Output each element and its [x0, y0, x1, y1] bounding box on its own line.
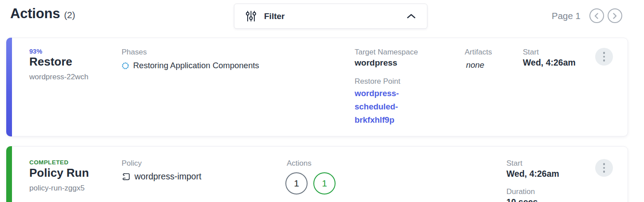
- target-namespace-value: wordpress: [355, 58, 397, 68]
- action-count-badges: 1 1: [285, 172, 336, 194]
- total-actions-badge: 1: [285, 172, 308, 194]
- target-namespace-label: Target Namespace: [355, 48, 418, 57]
- next-page-button[interactable]: [608, 8, 622, 23]
- action-id: policy-run-zggx5: [29, 184, 85, 193]
- action-title: Policy Run: [29, 166, 89, 180]
- action-card-restore[interactable]: 93% Restore wordpress-22wch Phases Resto…: [6, 38, 628, 136]
- policy-scroll-icon: [122, 172, 130, 181]
- filter-label: Filter: [264, 12, 284, 21]
- phases-label: Phases: [122, 48, 147, 57]
- prev-page-button[interactable]: [589, 8, 604, 23]
- action-card-policy-run[interactable]: COMPLETED Policy Run policy-run-zggx5 Po…: [6, 146, 628, 202]
- page-count: (2): [64, 10, 75, 20]
- kebab-dot: [603, 167, 605, 169]
- start-label: Start: [506, 159, 522, 168]
- status-accent-bar: [6, 38, 12, 136]
- start-label: Start: [523, 48, 539, 57]
- artifacts-value: none: [466, 60, 484, 70]
- action-title: Restore: [29, 55, 72, 69]
- action-id: wordpress-22wch: [29, 73, 88, 82]
- page-title: Actions(2): [10, 6, 75, 22]
- kebab-dot: [603, 52, 605, 54]
- filter-sliders-icon: [246, 11, 257, 22]
- duration-value: 10 secs: [506, 197, 538, 202]
- page-title-text: Actions: [10, 6, 60, 21]
- phase-row: Restoring Application Components: [122, 61, 259, 70]
- status-accent-bar: [6, 146, 12, 202]
- pagination: Page 1: [552, 8, 622, 23]
- kebab-dot: [603, 59, 605, 62]
- start-value: Wed, 4:26am: [506, 169, 559, 179]
- actions-label: Actions: [287, 159, 312, 168]
- page-indicator: Page 1: [552, 11, 581, 21]
- kebab-dot: [603, 56, 605, 58]
- duration-label: Duration: [506, 187, 535, 196]
- artifacts-label: Artifacts: [465, 48, 492, 57]
- spinner-icon: [122, 62, 129, 70]
- policy-label: Policy: [122, 159, 142, 168]
- restore-point-link[interactable]: wordpress-scheduled-brkfxhlf9p: [355, 87, 411, 127]
- more-actions-button[interactable]: [595, 159, 613, 177]
- restore-point-label: Restore Point: [355, 77, 400, 86]
- filter-button[interactable]: Filter: [234, 4, 427, 29]
- status-badge: COMPLETED: [29, 159, 68, 166]
- kebab-dot: [603, 171, 605, 173]
- completed-actions-badge: 1: [313, 172, 336, 194]
- policy-row: wordpress-import: [122, 171, 201, 182]
- progress-percent: 93%: [29, 48, 42, 55]
- start-value: Wed, 4:26am: [523, 58, 576, 68]
- more-actions-button[interactable]: [595, 48, 613, 66]
- policy-value: wordpress-import: [134, 171, 201, 182]
- actions-page: Actions(2) Filter Page 1: [0, 0, 644, 202]
- phase-value: Restoring Application Components: [133, 61, 259, 70]
- chevron-up-icon: [407, 14, 415, 19]
- kebab-dot: [603, 163, 605, 165]
